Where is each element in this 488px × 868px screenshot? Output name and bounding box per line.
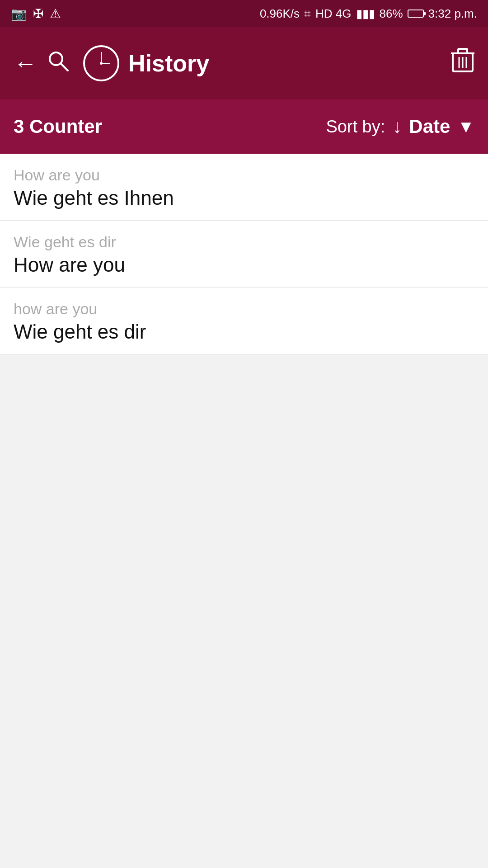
search-button[interactable] — [46, 49, 70, 78]
back-button[interactable]: ← — [14, 50, 37, 77]
history-list: How are youWie geht es IhnenWie geht es … — [0, 154, 488, 354]
counter-label: 3 Counter — [14, 116, 326, 137]
list-item-translated: Wie geht es Ihnen — [14, 187, 474, 209]
sort-by-label: Sort by: — [326, 117, 385, 137]
list-item-source: How are you — [14, 166, 474, 184]
list-item[interactable]: How are youWie geht es Ihnen — [0, 154, 488, 221]
battery-percent: 86% — [380, 7, 403, 21]
network-type: HD 4G — [315, 7, 351, 21]
warning-icon: ⚠ — [50, 6, 61, 21]
image-icon: 📷 — [11, 6, 27, 21]
status-right-info: 0.96K/s ⌗ HD 4G ▮▮▮ 86% 3:32 p.m. — [260, 7, 477, 21]
status-left-icons: 📷 ✠ ⚠ — [11, 6, 61, 21]
status-bar: 📷 ✠ ⚠ 0.96K/s ⌗ HD 4G ▮▮▮ 86% 3:32 p.m. — [0, 0, 488, 27]
title-area: History — [83, 45, 451, 81]
sort-direction-icon: ↓ — [392, 116, 402, 137]
wifi-icon: ⌗ — [304, 7, 311, 21]
time-display: 3:32 p.m. — [428, 7, 477, 21]
battery-icon — [408, 9, 424, 18]
network-speed: 0.96K/s — [260, 7, 300, 21]
sort-area[interactable]: Sort by: ↓ Date ▼ — [326, 116, 474, 137]
list-item[interactable]: how are youWie geht es dir — [0, 288, 488, 354]
list-item-translated: Wie geht es dir — [14, 321, 474, 343]
svg-line-1 — [61, 63, 68, 71]
list-item-source: how are you — [14, 300, 474, 318]
signal-icon: ▮▮▮ — [356, 7, 375, 21]
list-item-translated: How are you — [14, 254, 474, 276]
app-bar: ← History — [0, 27, 488, 99]
clock-icon — [83, 45, 119, 81]
usb-icon: ✠ — [33, 6, 43, 21]
list-item-source: Wie geht es dir — [14, 233, 474, 251]
delete-button[interactable] — [451, 47, 474, 80]
sort-value: Date — [409, 116, 450, 137]
page-title: History — [128, 50, 209, 77]
sort-dropdown-icon[interactable]: ▼ — [457, 117, 474, 137]
svg-rect-4 — [458, 49, 467, 53]
list-item[interactable]: Wie geht es dirHow are you — [0, 221, 488, 288]
sub-bar: 3 Counter Sort by: ↓ Date ▼ — [0, 99, 488, 154]
